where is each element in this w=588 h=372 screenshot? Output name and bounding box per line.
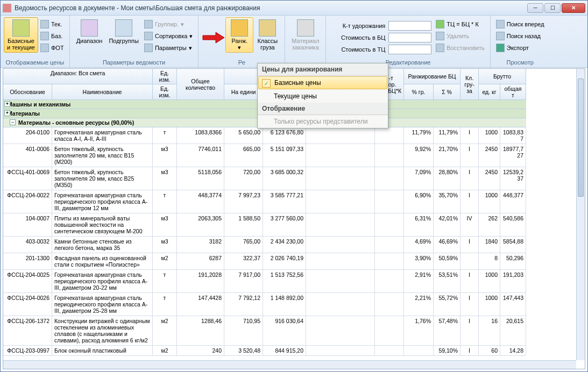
cell-v[interactable]: 916 030,64 [263,316,306,346]
cell-obos[interactable]: ФССЦ-203-0997 [3,346,52,356]
dropdown-item-current[interactable]: Текущие цены [258,90,388,103]
cell-pg[interactable] [404,346,434,356]
cell-ed[interactable]: м2 [153,316,177,346]
cell-naed[interactable]: 322,37 [224,253,263,270]
cell-ot[interactable]: 20,615 [500,316,526,346]
cell-kt[interactable] [375,253,404,270]
column-header[interactable]: Обоснование [3,84,52,100]
cell-naed[interactable]: 7 792,12 [224,293,263,316]
cell-ot[interactable]: 540,586 [500,213,526,237]
cell-kl[interactable] [461,253,479,270]
cell-ed[interactable]: м3 [153,213,177,237]
cell-ek[interactable]: 1000 [479,270,500,293]
cell-ot[interactable]: 12539,237 [500,167,526,190]
scrollbar-vertical[interactable] [576,69,585,360]
cell-naed[interactable]: 720,00 [224,167,263,190]
cell-naed[interactable]: 7 917,00 [224,270,263,293]
cell-obos[interactable]: 403-0032 [3,237,52,253]
cell-naim[interactable]: Горячекатаная арматурная сталь класса А-… [52,127,153,144]
cell-ek[interactable]: 8 [479,253,500,270]
cell-ek[interactable]: 2450 [479,144,500,167]
cell-pg[interactable]: 1,76% [404,316,434,346]
cell-ek[interactable]: 1000 [479,190,500,213]
cell-kol[interactable]: 1083,8366 [177,127,224,144]
cell-ek[interactable]: 1000 [479,127,500,144]
cell-naed[interactable]: 765,00 [224,237,263,253]
cell-sp[interactable]: 59,10% [434,346,461,356]
cell-kt[interactable] [375,316,404,346]
column-header[interactable]: Наименование [52,84,153,100]
cell-v[interactable]: 844 915,20 [263,346,306,356]
cell-obos[interactable]: 201-1300 [3,253,52,270]
cell-kl[interactable]: I [461,270,479,293]
cell-ot[interactable]: 18977,727 [500,144,526,167]
cell-naed[interactable]: 3 520,48 [224,346,263,356]
cell-naed[interactable]: 710,95 [224,316,263,346]
cell-kl[interactable]: IV [461,213,479,237]
cell-naim[interactable]: Горячекатаная арматурная сталь периодиче… [52,270,153,293]
cell-kl[interactable]: I [461,144,479,167]
cell-sp[interactable]: 46,69% [434,237,461,253]
cell-ot[interactable]: 147,443 [500,293,526,316]
klassy-button[interactable]: Классыгруза [253,17,281,53]
dropdown-item-basic[interactable]: ✓ Базисные цены [258,76,387,89]
cell-v[interactable]: 6 123 676,80 [263,127,306,144]
cell-sp[interactable]: 28,80% [434,167,461,190]
cell-naed[interactable]: 7 997,23 [224,190,263,213]
cell-ot[interactable]: 5854,88 [500,237,526,253]
cell-kt[interactable] [375,346,404,356]
cell-empty[interactable] [306,190,375,213]
cell-v[interactable]: 3 585 777,21 [263,190,306,213]
cell-ot[interactable]: 14,28 [500,346,526,356]
cell-sp[interactable]: 11,79% [434,127,461,144]
cell-v[interactable]: 1 148 892,00 [263,293,306,316]
cell-naim[interactable]: Горячекатаная арматурная сталь периодиче… [52,190,153,213]
cell-kol[interactable]: 5118,056 [177,167,224,190]
cell-ek[interactable]: 262 [479,213,500,237]
cell-empty[interactable] [306,144,375,167]
diapazon-button[interactable]: Диапазон [73,17,106,46]
column-header[interactable]: Кл.гру-за [461,69,479,100]
cell-pg[interactable]: 2,91% [404,270,434,293]
diapazon-header[interactable]: Диапазон: Вся смета [3,69,153,84]
cell-empty[interactable] [306,167,375,190]
cell-empty[interactable] [306,213,375,237]
column-header[interactable]: Ед. изм. [153,69,177,84]
scrollbar-horizontal[interactable] [3,360,576,369]
cell-kl[interactable]: I [461,127,479,144]
baz-button[interactable]: Баз. [38,31,66,41]
cell-sp[interactable]: 35,70% [434,190,461,213]
cell-kl[interactable]: I [461,237,479,253]
cell-sp[interactable]: 55,72% [434,293,461,316]
cell-pg[interactable]: 2,21% [404,293,434,316]
cell-sp[interactable]: 42,01% [434,213,461,237]
cell-kt[interactable] [375,167,404,190]
cell-ek[interactable]: 1000 [479,293,500,316]
cell-kl[interactable]: I [461,190,479,213]
cell-ot[interactable]: 1083,837 [500,127,526,144]
cell-ed[interactable]: т [153,293,177,316]
stc-input[interactable] [388,45,431,54]
cell-obos[interactable]: ФССЦ-204-0022 [3,190,52,213]
column-header[interactable]: Общее количество [177,69,224,100]
cell-kol[interactable]: 448,3774 [177,190,224,213]
cell-naim[interactable]: Бетон тяжелый, крупность заполнителя 20 … [52,144,153,167]
gruppir-button[interactable]: Группир. ▾ [142,19,195,30]
cell-kl[interactable]: I [461,316,479,346]
cell-ed[interactable]: м3 [153,237,177,253]
cell-sp[interactable]: 57,48% [434,316,461,346]
cell-empty[interactable] [306,270,375,293]
cell-ed[interactable]: м2 [153,253,177,270]
cell-ot[interactable]: 50,296 [500,253,526,270]
cell-ot[interactable]: 448,377 [500,190,526,213]
sbc-input[interactable] [388,33,431,42]
cell-ed[interactable]: м2 [153,346,177,356]
cell-kl[interactable]: I [461,167,479,190]
column-header[interactable]: Ед. изм. [153,84,177,100]
cell-v[interactable]: 3 685 000,32 [263,167,306,190]
cell-kol[interactable]: 2063,305 [177,213,224,237]
cell-empty[interactable] [306,293,375,316]
cell-kl[interactable]: I [461,293,479,316]
cell-v[interactable]: 2 434 230,00 [263,237,306,253]
cell-pg[interactable]: 3,90% [404,253,434,270]
